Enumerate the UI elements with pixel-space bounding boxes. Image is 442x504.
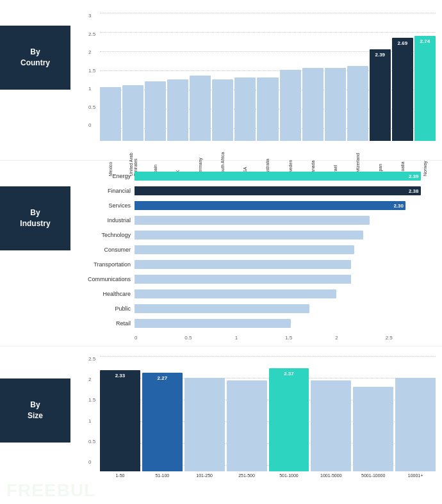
hbar-financial: Financial 2.38: [77, 185, 436, 197]
size-label: BySize: [0, 378, 70, 443]
hbar-communications: Communications: [77, 273, 436, 285]
hbar-healthcare: Healthcare: [77, 288, 436, 300]
x-label-10001-plus: 10001+: [395, 473, 436, 478]
x-label-251-500: 251-500: [227, 473, 267, 478]
size-chart-area: 2.5 2 1.5 1 0.5 0: [70, 346, 442, 504]
bar-mexico: [100, 87, 121, 141]
watermark: FREEBUL: [6, 480, 95, 501]
x-label-5001-10000: 5001-10000: [353, 473, 393, 478]
japan-value: 2.39: [375, 52, 385, 58]
x-label-501-1000: 501-1000: [269, 473, 309, 478]
hbar-retail: Retail: [77, 318, 436, 329]
bar-101-250: [184, 378, 225, 471]
bar-japan: 2.39: [370, 49, 391, 141]
energy-value: 2.39: [409, 174, 419, 179]
bar-501-1000: 2.37: [269, 368, 309, 471]
bar-sweden: [280, 70, 301, 141]
services-value: 2.30: [393, 203, 404, 209]
x-label-1-50: 1-50: [100, 473, 140, 478]
hbar-public: Public: [77, 303, 436, 314]
bar-uae: [122, 85, 143, 141]
croatia-value: 2.69: [398, 40, 408, 46]
industry-chart-area: Energy 2.39 Financial 2.38 Services: [70, 161, 442, 346]
industry-section: ByIndustry Energy 2.39 Financial 2.38: [0, 160, 442, 346]
hbar-industrial: Industrial: [77, 215, 436, 226]
hbar-services: Services 2.30: [77, 200, 436, 211]
bar-australia: [257, 77, 278, 141]
bar-switzerland: [347, 66, 368, 141]
industry-x-axis: 0 0.5 1 1.5 2 2.5: [135, 332, 436, 341]
bar-croatia: 2.69: [392, 38, 413, 141]
country-chart: 3 2.5 2 1.5 1 0.5 0: [77, 13, 436, 160]
financial-value: 2.38: [409, 188, 419, 194]
country-label: ByCountry: [0, 26, 70, 90]
bar-germany: [190, 76, 211, 141]
bar-10001-plus: [395, 378, 436, 471]
bar-uk: [167, 79, 188, 141]
hbar-consumer: Consumer: [77, 244, 436, 256]
x-label-101-250: 101-250: [184, 473, 225, 478]
hbar-energy: Energy 2.39: [77, 170, 436, 182]
bar-251-500: [227, 380, 267, 471]
hbar-transportation: Transportation: [77, 259, 436, 270]
country-section: ByCountry 3 2.5 2 1.5 1 0.5 0: [0, 0, 442, 160]
bar-1001-5000: [311, 380, 351, 471]
bar-usa: [234, 77, 256, 141]
hbar-technology: Technology: [77, 229, 436, 241]
bar-canada: [302, 68, 323, 141]
size-chart: 2.5 2 1.5 1 0.5 0: [77, 356, 436, 497]
country-chart-area: 3 2.5 2 1.5 1 0.5 0: [70, 0, 442, 160]
bar-norway: 2.74: [414, 36, 436, 141]
norway-value: 2.74: [420, 38, 430, 44]
industry-label: ByIndustry: [0, 186, 70, 250]
bar-51-100: 2.27: [142, 373, 183, 471]
x-label-1001-5000: 1001-5000: [311, 473, 351, 478]
bar-5001-10000: [353, 387, 393, 471]
bar-israel: [325, 68, 346, 141]
bar-spain: [145, 81, 166, 141]
x-label-51-100: 51-100: [142, 473, 183, 478]
industry-chart: Energy 2.39 Financial 2.38 Services: [77, 170, 436, 341]
y-axis-size: 2.5 2 1.5 1 0.5 0: [88, 356, 95, 465]
y-axis-country: 3 2.5 2 1.5 1 0.5 0: [88, 13, 95, 128]
bar-1-50: 2.33: [100, 370, 140, 471]
bar-south-africa: [212, 79, 233, 141]
